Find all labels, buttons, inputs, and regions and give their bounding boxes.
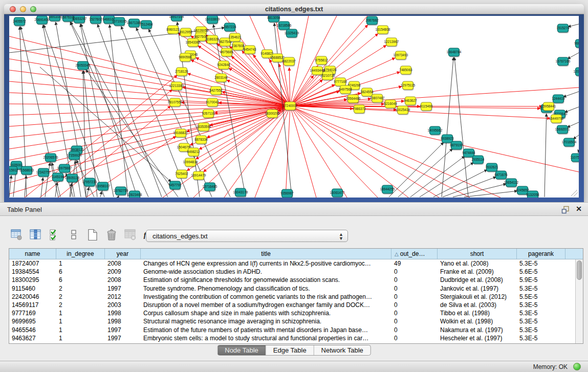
table-row[interactable]: 977716911998Corpus callosum shape and si… bbox=[9, 309, 583, 317]
node-label: 9755812 bbox=[315, 58, 328, 62]
node-label: 16449792 bbox=[549, 117, 564, 120]
table-row[interactable]: 1830029562008Estimation of significance … bbox=[9, 276, 583, 284]
table-row[interactable]: 1456911722003Disruption of a novel membe… bbox=[9, 301, 583, 309]
citation-network-graph[interactable]: 2405572206914061891310168761041065328715… bbox=[9, 16, 579, 198]
float-panel-icon[interactable] bbox=[561, 206, 570, 214]
table-cell: 14569117 bbox=[9, 301, 56, 309]
column-header-pagerank[interactable]: pagerank bbox=[517, 249, 565, 259]
node-label: 9267110 bbox=[202, 112, 215, 115]
node-label: 10025438 bbox=[396, 108, 410, 112]
node-label: 1244419 bbox=[552, 97, 565, 100]
row-height-button[interactable] bbox=[67, 228, 80, 242]
table-cell: 1997 bbox=[105, 334, 141, 342]
node-label: 12213383 bbox=[169, 84, 184, 87]
node-label: 19166827 bbox=[173, 131, 188, 135]
table-panel: Table Panel ✕ bbox=[0, 202, 588, 361]
table-cell: 1 bbox=[56, 326, 105, 334]
column-header-title[interactable]: title bbox=[141, 249, 391, 259]
node-label: 17240007 bbox=[283, 104, 298, 107]
node-label: 8960123 bbox=[166, 28, 180, 31]
node-label: 19218586 bbox=[277, 24, 292, 27]
graph-edge bbox=[9, 106, 290, 149]
node-label: 16958107 bbox=[96, 184, 111, 188]
node-label: 9663121 bbox=[574, 41, 579, 45]
table-source-select[interactable]: citations_edges.txt ▲▼ bbox=[146, 230, 348, 242]
node-label: 7986372 bbox=[353, 107, 366, 111]
select-columns-button[interactable] bbox=[29, 228, 42, 242]
graph-edge bbox=[286, 106, 290, 198]
node-label: 16648784 bbox=[447, 50, 462, 54]
node-label: 17016504 bbox=[562, 140, 577, 144]
node-label: 26053346 bbox=[76, 63, 91, 67]
table-cell: 1997 bbox=[105, 326, 141, 334]
graph-edge bbox=[45, 163, 50, 197]
network-canvas[interactable]: 2405572206914061891310168761041065328715… bbox=[9, 16, 579, 198]
select-rows-button[interactable] bbox=[48, 228, 61, 242]
table-row[interactable]: 969969511998Structural magnetic resonanc… bbox=[9, 317, 583, 325]
window-titlebar[interactable]: citations_edges.txt bbox=[4, 4, 584, 14]
graph-edge bbox=[420, 162, 474, 197]
table-settings-button[interactable] bbox=[10, 228, 24, 242]
table-row[interactable]: 1938455462009Genome-wide association stu… bbox=[9, 268, 583, 276]
network-view-frame: 2405572206914061891310168761041065328715… bbox=[4, 14, 584, 202]
tab-edge-table[interactable]: Edge Table bbox=[266, 345, 314, 355]
table-cell: 5.9E-5 bbox=[517, 276, 565, 284]
tab-node-table[interactable]: Node Table bbox=[217, 345, 266, 355]
node-label: 1145194 bbox=[52, 175, 64, 179]
node-label: 9498212 bbox=[187, 150, 200, 154]
table-cell: 2008 bbox=[105, 276, 141, 284]
graph-edge bbox=[191, 60, 290, 106]
table-row[interactable]: 946362711997Embryonic stem cells: a mode… bbox=[9, 334, 583, 342]
node-label: 11568693 bbox=[19, 168, 34, 172]
table-cell: Franke et al. (2009) bbox=[438, 268, 517, 276]
delete-table-disabled-icon bbox=[124, 228, 137, 242]
graph-edge bbox=[567, 122, 579, 127]
column-header-in_degree[interactable]: in_degree bbox=[56, 249, 105, 259]
scrollbar-thumb[interactable] bbox=[577, 260, 582, 280]
table-row[interactable]: 911546021997Tourette syndrome. Phenomeno… bbox=[9, 285, 583, 293]
new-file-icon[interactable] bbox=[86, 228, 99, 242]
node-label: 8912955 bbox=[179, 30, 192, 34]
memory-ok-indicator[interactable] bbox=[573, 363, 581, 370]
canvas-resize-grip[interactable] bbox=[571, 190, 578, 196]
node-label: 18917104 bbox=[169, 16, 184, 18]
graph-edge bbox=[110, 25, 128, 197]
table-row[interactable]: 2242004622012Investigating the contribut… bbox=[9, 293, 583, 301]
table-header-row: namein_degreeyeartitle△out_de…shortpager… bbox=[9, 249, 583, 259]
table-vertical-scrollbar[interactable] bbox=[575, 259, 583, 343]
graph-edge bbox=[290, 87, 579, 106]
table-cell: 0 bbox=[391, 268, 438, 276]
table-cell: 0 bbox=[391, 317, 438, 325]
column-header-out_de[interactable]: △out_de… bbox=[391, 249, 438, 259]
table-row[interactable]: 1872400712008Changes of HCN gene express… bbox=[9, 259, 583, 268]
column-header-name[interactable]: name bbox=[9, 249, 56, 259]
table-cell: 6 bbox=[56, 276, 105, 284]
delete-trash-icon[interactable] bbox=[105, 228, 118, 242]
tab-network-table[interactable]: Network Table bbox=[314, 345, 371, 355]
node-label: 10994819 bbox=[183, 160, 198, 164]
node-label: 10719195 bbox=[112, 19, 127, 23]
table-cell: 1997 bbox=[105, 285, 141, 293]
network-view-window: citations_edges.txt 24055722069140618913… bbox=[4, 4, 584, 202]
node-label: 17359924 bbox=[67, 154, 82, 157]
node-label: 8822037 bbox=[282, 59, 296, 63]
node-label: 9146821 bbox=[260, 52, 274, 55]
node-label: 7512464 bbox=[140, 23, 153, 26]
table-cell: 5.3E-5 bbox=[517, 317, 565, 325]
table-cell: 5.3E-5 bbox=[517, 326, 565, 334]
column-header-short[interactable]: short bbox=[438, 249, 517, 259]
table-row[interactable]: 946554611997Estimation of the future num… bbox=[9, 326, 583, 334]
node-label: 6794028 bbox=[323, 68, 337, 72]
graph-edge bbox=[389, 142, 444, 197]
status-bar: Memory: OK bbox=[0, 361, 588, 372]
table-cell: 9465546 bbox=[9, 326, 56, 334]
column-header-year[interactable]: year bbox=[105, 249, 141, 259]
node-label: 2803144 bbox=[214, 76, 228, 79]
graph-edge bbox=[454, 57, 468, 197]
node-label: 9890566 bbox=[179, 55, 192, 59]
node-label: 6879197 bbox=[450, 143, 463, 147]
table-cell: 1 bbox=[56, 317, 105, 325]
graph-edge bbox=[568, 24, 579, 27]
node-label: 12823468 bbox=[127, 193, 142, 196]
close-panel-icon[interactable]: ✕ bbox=[576, 205, 582, 213]
